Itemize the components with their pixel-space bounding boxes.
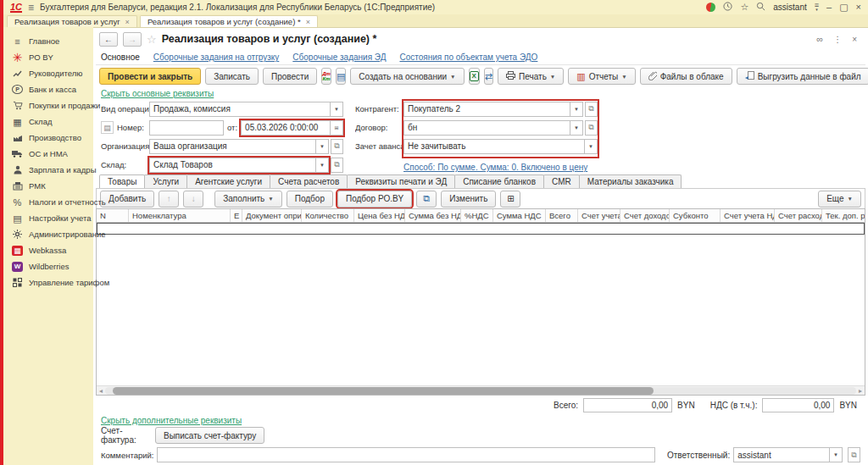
open-icon[interactable]: ⧉ — [331, 158, 343, 173]
pick-button[interactable]: Подбор — [287, 191, 333, 208]
issue-invoice-button[interactable]: Выписать счет-фактуру — [155, 427, 264, 444]
pick-roby-button[interactable]: Подбор РО.BY — [337, 191, 412, 208]
sidebar-item-nastroyki-ucheta[interactable]: ▤Настройки учета — [3, 210, 93, 226]
price-method-link[interactable]: Способ: По сумме. Сумма: 0. Включено в ц… — [403, 163, 587, 172]
sidebar-item-glavnoe[interactable]: ≡Главное — [3, 33, 93, 49]
scroll-left-icon[interactable]: ◂ — [97, 387, 105, 395]
number-field[interactable] — [149, 120, 224, 136]
history-icon[interactable] — [723, 2, 732, 13]
open-icon[interactable]: ⧉ — [848, 447, 860, 462]
sidebar-item-ro-by[interactable]: ✳РО BY — [3, 49, 93, 65]
column-header[interactable]: Счет учета — [578, 209, 620, 222]
reports-button[interactable]: ▥Отчеты▼ — [568, 68, 635, 85]
notifications-icon[interactable] — [706, 3, 715, 12]
tab-cmr[interactable]: CMR — [543, 174, 580, 188]
dropdown-icon[interactable]: ▼ — [570, 102, 583, 117]
dropdown-icon[interactable]: ▼ — [585, 139, 598, 154]
add-row-button[interactable]: Добавить — [100, 191, 154, 208]
sidebar-item-upravlenie-tarifom[interactable]: Управление тарифом — [3, 274, 93, 291]
responsible-field[interactable]: assistant — [733, 447, 830, 462]
scrollbar-track[interactable] — [105, 387, 856, 395]
grid-active-row[interactable] — [97, 223, 865, 235]
sidebar-item-wildberries[interactable]: WWildberries — [3, 258, 93, 274]
comment-field[interactable] — [157, 447, 655, 462]
hide-additional-requisites-link[interactable]: Скрыть дополнительные реквизиты — [101, 416, 242, 425]
date-field[interactable]: 05.03.2026 0:00:00 — [241, 120, 331, 136]
edit-button[interactable]: Изменить — [441, 191, 496, 208]
number-settings-icon[interactable]: ▤ — [101, 121, 114, 134]
total-field[interactable]: 0,00 — [583, 398, 672, 412]
tab-close-icon[interactable]: × — [306, 18, 310, 26]
operation-field[interactable]: Продажа, комиссия — [149, 102, 331, 117]
link-icon[interactable]: ∞ — [816, 34, 823, 44]
column-header[interactable]: Документ оприх... — [242, 209, 302, 222]
post-button[interactable]: Провести — [263, 68, 317, 85]
open-icon[interactable]: ⧉ — [585, 102, 598, 117]
column-header[interactable]: Сумма НДС — [493, 209, 546, 222]
current-user[interactable]: assistant — [773, 3, 806, 12]
tab-tovary[interactable]: Товары — [99, 174, 145, 188]
create-based-on-button[interactable]: Создать на основании▼ — [350, 68, 464, 85]
scrollbar-thumb[interactable] — [113, 387, 654, 395]
sidebar-item-proizvodstvo[interactable]: Производство — [3, 130, 93, 146]
close-button[interactable]: × — [856, 3, 861, 12]
window-tab-document[interactable]: Реализация товаров и услуг (создание) * … — [140, 15, 318, 27]
column-header[interactable]: Цена без НДС — [354, 209, 405, 222]
more-menu-icon[interactable]: ⋮ — [833, 35, 842, 44]
advance-field[interactable]: Не зачитывать — [403, 139, 585, 154]
main-menu-icon[interactable]: ≡ — [28, 2, 34, 14]
open-icon[interactable]: ⧉ — [331, 139, 343, 154]
move-up-button[interactable]: ↑ — [159, 191, 179, 208]
tab-close-icon[interactable]: × — [125, 18, 130, 26]
sidebar-item-pokupki-prodazhi[interactable]: Покупки и продажи — [3, 97, 93, 113]
copy-rows-button[interactable]: ⧉ — [416, 191, 437, 208]
tab-rekvizity-pechati[interactable]: Реквизиты печати и ЭД — [347, 174, 455, 188]
dropdown-icon[interactable]: ▼ — [316, 139, 329, 154]
grid-settings-button[interactable]: ⊞ — [500, 191, 520, 208]
column-header[interactable]: N — [97, 209, 129, 222]
search-icon[interactable] — [756, 2, 765, 13]
column-header[interactable]: Количество — [302, 209, 354, 222]
sidebar-item-webkassa[interactable]: ▦Webkassa — [3, 242, 93, 258]
tab-uslugi[interactable]: Услуги — [144, 174, 187, 188]
sidebar-item-rmk[interactable]: РМК — [3, 178, 93, 194]
scroll-right-icon[interactable]: ▸ — [856, 387, 865, 395]
organization-field[interactable]: Ваша организация — [149, 139, 316, 154]
hide-main-requisites-link[interactable]: Скрыть основные реквизиты — [101, 89, 214, 98]
sidebar-item-administrirovanie[interactable]: Администрирование — [3, 226, 93, 242]
favorites-star-icon[interactable]: ☆ — [740, 3, 748, 12]
calendar-icon[interactable]: ⊞ — [331, 120, 343, 136]
grid-body[interactable] — [97, 235, 865, 385]
sidebar-item-zarplata-kadry[interactable]: Зарплата и кадры — [3, 162, 93, 178]
warehouse-field[interactable]: Склад Товаров — [149, 158, 316, 173]
service-menu-icon[interactable]: ≡▾ — [815, 3, 819, 12]
column-header[interactable]: Всего — [546, 209, 578, 222]
tab-materialy-zakazchika[interactable]: Материалы заказчика — [579, 174, 682, 188]
nav-sostoyaniya-edo[interactable]: Состояния по объектам учета ЭДО — [399, 53, 537, 62]
minimize-button[interactable]: – — [826, 3, 832, 12]
forward-button[interactable]: → — [123, 32, 142, 47]
post-and-close-button[interactable]: Провести и закрыть — [99, 68, 201, 85]
tab-scheta-raschetov[interactable]: Счета расчетов — [270, 174, 348, 188]
save-button[interactable]: Записать — [205, 68, 259, 85]
print-button[interactable]: Печать▼ — [498, 68, 564, 85]
move-down-button[interactable]: ↓ — [183, 191, 203, 208]
nav-osnovnoe[interactable]: Основное — [101, 53, 140, 62]
favorites-star-icon[interactable]: ☆ — [147, 33, 157, 46]
window-tab-list[interactable]: Реализация товаров и услуг × — [7, 15, 137, 27]
dropdown-icon[interactable]: ▼ — [830, 447, 843, 462]
export-data-button[interactable]: Выгрузить данные в файл — [737, 68, 868, 85]
column-header[interactable]: %НДС — [461, 209, 493, 222]
excel-export-button[interactable]: X — [469, 68, 480, 85]
sidebar-item-rukovoditelyu[interactable]: Руководителю — [3, 65, 93, 81]
column-header[interactable]: Сумма без НДС — [405, 209, 461, 222]
counterparty-field[interactable]: Покупатель 2 — [403, 102, 570, 117]
open-icon[interactable]: ⧉ — [585, 120, 598, 136]
tab-agentskie-uslugi[interactable]: Агентские услуги — [186, 174, 270, 188]
maximize-button[interactable]: ▢ — [839, 3, 848, 12]
sidebar-item-bank-kassa[interactable]: РБанк и касса — [3, 81, 93, 97]
dropdown-icon[interactable]: ▼ — [331, 102, 343, 117]
dt-kt-button[interactable]: ДтКт — [321, 68, 331, 85]
fill-button[interactable]: Заполнить▼ — [214, 191, 282, 208]
back-button[interactable]: ← — [99, 32, 118, 47]
